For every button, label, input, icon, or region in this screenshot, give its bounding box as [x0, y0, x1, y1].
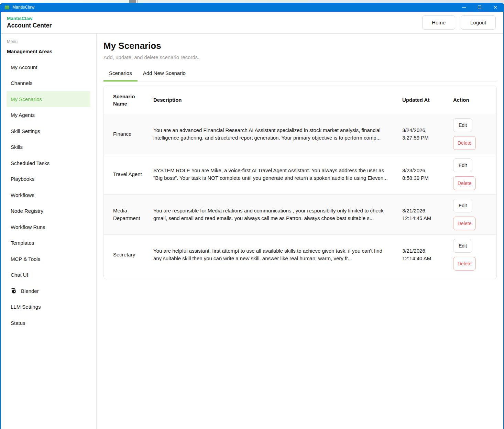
sidebar-item-workflow-runs[interactable]: Workflow Runs — [7, 219, 90, 235]
sidebar-item-my-scenarios[interactable]: My Scenarios — [7, 91, 90, 107]
maximize-button[interactable] — [472, 3, 487, 12]
scenario-name-cell: Secretary — [113, 251, 153, 258]
sidebar-item-label: Blender — [21, 288, 39, 294]
minimize-icon — [462, 7, 466, 8]
table-row: Finance You are an advanced Financial Re… — [104, 114, 496, 154]
sidebar-nav: My Account Channels My Scenarios My Agen… — [1, 59, 96, 331]
sidebar-item-workflows[interactable]: Workflows — [7, 187, 90, 203]
minimize-button[interactable] — [456, 3, 472, 12]
sidebar-item-label: Status — [11, 320, 25, 326]
sidebar-item-my-account[interactable]: My Account — [7, 59, 90, 75]
tab-scenarios[interactable]: Scenarios — [103, 70, 138, 81]
sidebar-item-label: Workflow Runs — [11, 224, 45, 230]
logout-button[interactable]: Logout — [461, 15, 496, 30]
table-header-row: Scenario Name Description Updated At Act… — [104, 86, 496, 114]
sidebar-item-label: MCP & Tools — [11, 256, 40, 262]
tab-add-new-scenario[interactable]: Add New Scenario — [138, 70, 191, 81]
close-icon: ✕ — [494, 5, 497, 10]
sidebar-item-label: My Agents — [11, 112, 35, 118]
app-window: MantisClaw ✕ MantisClaw Account Center H… — [0, 3, 504, 429]
table-body: Finance You are an advanced Financial Re… — [104, 114, 496, 275]
column-header-action: Action — [453, 96, 496, 103]
sidebar-item-label: My Scenarios — [11, 96, 42, 102]
sidebar-section-title: Management Areas — [1, 49, 96, 54]
edit-button[interactable]: Edit — [453, 239, 472, 253]
delete-button[interactable]: Delete — [453, 217, 476, 230]
brand-name: MantisClaw — [7, 16, 52, 21]
edit-button[interactable]: Edit — [453, 158, 472, 172]
desktop-background-strip — [0, 0, 504, 3]
sidebar-menu-label: Menu — [1, 39, 96, 44]
column-header-scenario-name: Scenario Name — [113, 93, 153, 107]
window-title: MantisClaw — [12, 5, 34, 10]
edit-button[interactable]: Edit — [453, 199, 472, 212]
page-subtitle: Add, update, and delete scenario records… — [103, 54, 497, 60]
scenario-name-cell: Finance — [113, 130, 153, 138]
delete-button[interactable]: Delete — [453, 257, 476, 271]
scenario-description-cell: You are responsible for Media relations … — [153, 207, 402, 222]
sidebar-item-label: Scheduled Tasks — [11, 160, 50, 166]
scenario-action-cell: Edit Delete — [453, 114, 496, 154]
scenario-action-cell: Edit Delete — [453, 235, 496, 275]
sidebar-item-llm-settings[interactable]: LLM Settings — [7, 299, 90, 315]
main-content: My Scenarios Add, update, and delete sce… — [97, 34, 503, 429]
sidebar: Menu Management Areas My Account Channel… — [1, 34, 97, 429]
sidebar-item-mcp-tools[interactable]: MCP & Tools — [7, 251, 90, 267]
sidebar-item-my-agents[interactable]: My Agents — [7, 107, 90, 123]
scenario-description-cell: You are helpful assistant, first attempt… — [153, 247, 402, 263]
sidebar-item-label: Workflows — [11, 192, 34, 198]
sidebar-item-label: Skills — [11, 144, 23, 150]
scenario-updated-cell: 3/23/2026, 8:58:39 PM — [402, 167, 453, 182]
sidebar-item-skill-settings[interactable]: Skill Settings — [7, 123, 90, 139]
sidebar-item-label: Skill Settings — [11, 128, 40, 134]
sidebar-item-label: LLM Settings — [11, 304, 41, 310]
maximize-icon — [478, 6, 481, 9]
sidebar-item-label: Chat UI — [11, 272, 28, 278]
sidebar-item-channels[interactable]: Channels — [7, 75, 90, 91]
sidebar-item-label: Templates — [11, 240, 34, 246]
tab-bar: Scenarios Add New Scenario — [103, 70, 497, 81]
blender-icon — [11, 288, 17, 294]
delete-button[interactable]: Delete — [453, 136, 476, 150]
sidebar-item-chat-ui[interactable]: Chat UI — [7, 267, 90, 283]
table-row: Travel Agent SYSTEM ROLE You are Mike, a… — [104, 154, 496, 194]
sidebar-item-blender[interactable]: Blender — [7, 283, 90, 299]
sidebar-item-node-registry[interactable]: Node Registry — [7, 203, 90, 219]
edit-button[interactable]: Edit — [453, 118, 472, 132]
home-button[interactable]: Home — [422, 15, 455, 30]
scenario-action-cell: Edit Delete — [453, 195, 496, 234]
mantisclaw-app-icon — [4, 4, 10, 10]
table-row: Media Department You are responsible for… — [104, 194, 496, 234]
sidebar-item-scheduled-tasks[interactable]: Scheduled Tasks — [7, 155, 90, 171]
scenario-updated-cell: 3/24/2026, 3:27:59 PM — [402, 126, 453, 142]
scenario-name-cell: Travel Agent — [113, 170, 153, 178]
sidebar-item-status[interactable]: Status — [7, 315, 90, 331]
sidebar-item-label: Playbooks — [11, 176, 34, 182]
scenario-action-cell: Edit Delete — [453, 154, 496, 194]
column-header-updated-at: Updated At — [402, 96, 453, 103]
sidebar-item-playbooks[interactable]: Playbooks — [7, 171, 90, 187]
sidebar-item-templates[interactable]: Templates — [7, 235, 90, 251]
scenario-updated-cell: 3/21/2026, 12:14:40 AM — [402, 247, 453, 263]
scenario-updated-cell: 3/21/2026, 12:14:45 AM — [402, 207, 453, 222]
table-row: Secretary You are helpful assistant, fir… — [104, 234, 496, 275]
sidebar-item-label: Node Registry — [11, 208, 43, 214]
close-button[interactable]: ✕ — [487, 3, 503, 12]
window-titlebar[interactable]: MantisClaw ✕ — [1, 3, 503, 12]
scenario-name-cell: Media Department — [113, 207, 153, 222]
sidebar-item-skills[interactable]: Skills — [7, 139, 90, 155]
desktop-artifact-light — [137, 0, 138, 3]
scenario-description-cell: SYSTEM ROLE You are Mike, a voice-first … — [153, 167, 402, 182]
sidebar-item-label: Channels — [11, 80, 32, 86]
app-header: MantisClaw Account Center Home Logout — [1, 12, 503, 34]
scenario-description-cell: You are an advanced Financial Research A… — [153, 126, 402, 142]
page-title: My Scenarios — [103, 41, 497, 51]
page-header-title: Account Center — [7, 22, 52, 29]
scenarios-table-card: Scenario Name Description Updated At Act… — [103, 86, 497, 279]
delete-button[interactable]: Delete — [453, 176, 476, 190]
sidebar-item-label: My Account — [11, 64, 37, 70]
desktop-artifact-dark — [129, 0, 136, 3]
column-header-description: Description — [153, 96, 402, 103]
